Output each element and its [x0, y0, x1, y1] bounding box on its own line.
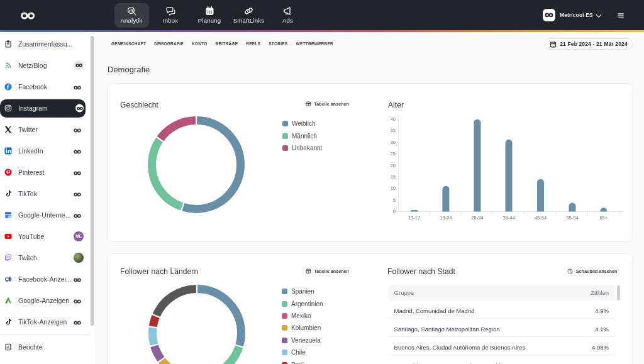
svg-text:55-64: 55-64	[566, 215, 578, 221]
svg-text:45-54: 45-54	[535, 215, 547, 221]
svg-text:10: 10	[391, 185, 396, 191]
svg-text:30: 30	[391, 140, 396, 145]
svg-text:5: 5	[393, 197, 396, 203]
svg-text:25: 25	[391, 151, 396, 157]
svg-text:18-24: 18-24	[440, 215, 452, 221]
svg-text:35: 35	[391, 128, 396, 133]
svg-text:20: 20	[391, 163, 396, 168]
svg-text:0: 0	[393, 209, 396, 214]
svg-text:40: 40	[391, 116, 396, 122]
svg-text:35-44: 35-44	[502, 215, 514, 221]
svg-text:25-34: 25-34	[471, 215, 483, 221]
svg-text:13-17: 13-17	[408, 215, 420, 221]
svg-text:15: 15	[391, 174, 396, 180]
svg-text:65+: 65+	[599, 215, 608, 221]
